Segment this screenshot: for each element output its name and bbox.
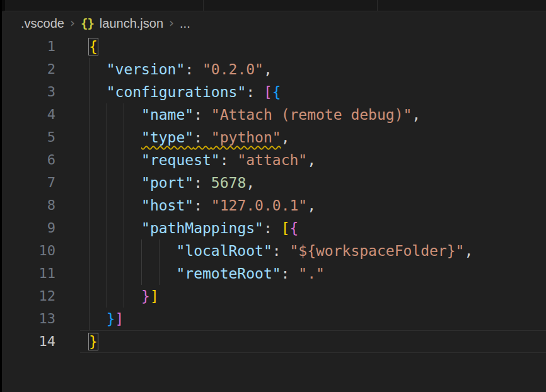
code-line: 1{ [2,35,546,58]
indent-guide [124,103,141,126]
indent-guide [89,217,107,239]
line-number[interactable]: 4 [2,103,55,126]
code-line: 14} [2,330,546,353]
code-token: [ [281,220,290,236]
code-token: : [194,175,211,191]
indent-guide [107,126,124,149]
code-token: "remoteRoot" [176,265,281,282]
code-token: [ [264,84,272,100]
indent-guide [89,308,107,330]
indent-guide [124,217,141,239]
indent-guide [89,262,107,285]
line-number[interactable]: 10 [2,239,55,262]
code-token: } [107,311,115,327]
breadcrumb-file[interactable]: launch.json [100,16,163,31]
code-editor[interactable]: 1{2"version": "0.2.0",3"configurations":… [2,35,546,353]
code-line-text[interactable]: "remoteRoot": "." [55,262,325,285]
indent-guide [107,149,124,171]
indent-guide [159,239,177,262]
indent-guide [107,103,124,126]
code-token: "Attach (remote debug)" [211,107,412,123]
line-number[interactable]: 6 [2,149,55,171]
vscode-editor-window: .vscode › {} launch.json › ... 1{2"versi… [2,0,546,392]
indent-guide [124,149,141,171]
indent-guide [89,239,107,262]
code-line-text[interactable]: } [55,330,98,353]
code-token: ] [150,288,159,304]
code-token: "pathMappings" [141,220,264,236]
code-token: , [281,129,290,146]
json-braces-icon: {} [81,16,94,30]
code-token: "." [298,265,325,282]
line-number[interactable]: 14 [2,330,55,353]
line-number[interactable]: 7 [2,171,55,194]
code-line: 4"name": "Attach (remote debug)", [2,103,546,126]
indent-guide [159,262,177,285]
indent-guide [124,194,141,217]
line-number[interactable]: 3 [2,81,55,103]
code-token: "version" [107,61,185,78]
code-token: , [246,175,255,191]
code-line: 6"request": "attach", [2,149,546,171]
code-line-text[interactable]: "name": "Attach (remote debug)", [55,103,421,126]
code-line: 7"port": 5678, [2,171,546,194]
code-token: : [194,197,211,214]
code-token: "127.0.0.1" [211,197,307,214]
code-line-text[interactable]: "request": "attach", [55,149,316,171]
code-line-text[interactable]: "configurations": [{ [55,81,281,103]
breadcrumb-folder[interactable]: .vscode [21,16,64,31]
indent-guide [107,171,124,194]
code-line-text[interactable]: }] [55,308,124,330]
code-token: "port" [141,175,194,191]
code-line: 3"configurations": [{ [2,81,546,103]
code-token: : [246,84,264,100]
indent-guide [89,285,107,308]
line-number[interactable]: 12 [2,285,55,308]
indent-guide [89,149,107,171]
chevron-right-icon: › [169,16,174,29]
code-token: { [272,84,281,100]
code-token: : [281,265,299,282]
breadcrumb-symbol[interactable]: ... [180,16,190,31]
line-number[interactable]: 1 [2,35,55,58]
bracket-match: } [89,333,98,350]
code-line-text[interactable]: "localRoot": "${workspaceFolder}", [55,239,473,262]
indent-guide [107,194,124,217]
code-line-text[interactable]: "host": "127.0.0.1", [55,194,316,217]
line-number[interactable]: 8 [2,194,55,217]
code-token: "name" [141,107,194,123]
code-line-text[interactable]: "port": 5678, [55,171,255,194]
line-number[interactable]: 13 [2,308,55,330]
code-line-text[interactable]: "type": "python", [55,126,290,149]
tab-bar[interactable] [2,0,546,11]
code-line: 13}] [2,308,546,330]
line-number[interactable]: 11 [2,262,55,285]
code-line-text[interactable]: "version": "0.2.0", [55,58,272,81]
code-token: : [194,107,211,123]
code-token: , [412,107,421,123]
indent-guide [89,81,107,103]
code-line: 10"localRoot": "${workspaceFolder}", [2,239,546,262]
line-number[interactable]: 5 [2,126,55,149]
code-line-text[interactable]: }] [55,285,159,308]
code-line: 9"pathMappings": [{ [2,217,546,239]
indent-guide [124,285,141,308]
code-line: 2"version": "0.2.0", [2,58,546,81]
indent-guide [124,262,141,285]
code-token: , [264,61,272,78]
code-token: , [307,152,316,168]
code-line: 8"host": "127.0.0.1", [2,194,546,217]
line-number[interactable]: 2 [2,58,55,81]
code-token: : [185,61,202,78]
code-token: ] [115,311,124,327]
indent-guide [124,239,141,262]
bracket-match: { [89,38,98,55]
tab-separator [377,0,378,11]
code-line-text[interactable]: { [55,35,98,58]
indent-guide [107,217,124,239]
code-line-text[interactable]: "pathMappings": [{ [55,217,298,239]
code-token: "host" [141,197,194,214]
code-token: : [272,243,290,259]
warning-squiggle: "type": "python" [141,129,281,146]
line-number[interactable]: 9 [2,217,55,239]
